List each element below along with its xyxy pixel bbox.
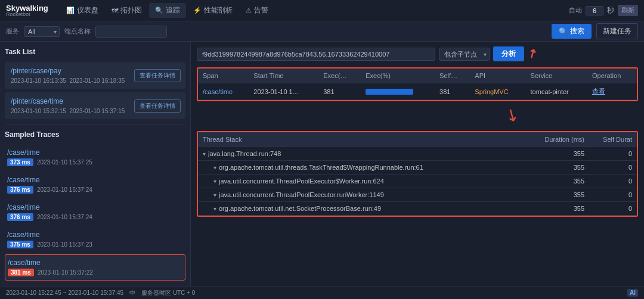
start-time-cell: 2023-01-10 1... — [249, 83, 318, 100]
self-val-0: 0 — [584, 150, 632, 157]
self-val-1: 0 — [584, 164, 632, 171]
nav-label-alarm: 告警 — [254, 5, 268, 15]
endpoint-input[interactable] — [95, 26, 167, 38]
span-table: Span Start Time Exec(… Exec(%) Self… API… — [198, 68, 637, 100]
expand-icon-3[interactable]: ▾ — [213, 192, 216, 198]
self-val-4: 0 — [584, 205, 632, 212]
stack-name-1: ▾ org.apache.tomcat.util.threads.TaskThr… — [203, 164, 525, 171]
ms-badge-1: 376 ms — [7, 186, 33, 194]
analyze-button[interactable]: 分析 — [493, 46, 524, 61]
thread-stack-header: Thread Stack Duration (ms) Self Durat — [198, 132, 637, 147]
service-select-wrapper: All — [24, 26, 60, 37]
dur-val-1: 355 — [525, 164, 584, 171]
expand-icon-1[interactable]: ▾ — [213, 164, 216, 171]
topology-icon: 🗺 — [112, 7, 118, 14]
stack-name-4: ▾ org.apache.tomcat.util.net.SocketProce… — [203, 205, 525, 212]
dur-val-2: 355 — [525, 177, 584, 185]
span-path-link[interactable]: /case/time — [203, 88, 233, 95]
nav-item-alarm[interactable]: ⚠ 告警 — [240, 3, 274, 18]
task-item-pay: /pinter/case/pay 2023-01-10 16:13:35 202… — [5, 62, 185, 89]
sampled-time-3: 2023-01-10 15:37:23 — [37, 241, 92, 248]
brand-name: Skywalking — [6, 4, 48, 12]
sampled-path-3: /case/time — [7, 231, 183, 239]
nav-item-dashboard[interactable]: 📊 仪表盘 — [60, 3, 104, 18]
sampled-item-2[interactable]: /case/time 376 ms 2023-01-10 15:37:24 — [5, 200, 185, 225]
self-val-2: 0 — [584, 177, 632, 185]
thread-row-1: ▾ org.apache.tomcat.util.threads.TaskThr… — [198, 161, 637, 175]
sampled-item-0[interactable]: /case/time 373 ms 2023-01-10 15:37:25 — [5, 145, 185, 170]
sampled-item-1[interactable]: /case/time 376 ms 2023-01-10 15:37:24 — [5, 172, 185, 197]
span-path-cell[interactable]: /case/time — [198, 83, 249, 100]
self-val-3: 0 — [584, 191, 632, 198]
expand-icon-4[interactable]: ▾ — [213, 205, 216, 212]
api-col-header: API — [470, 68, 525, 83]
sec-unit-label: 秒 — [607, 5, 614, 15]
exec-progress-container — [366, 89, 413, 95]
stack-text-1: org.apache.tomcat.util.threads.TaskThrea… — [219, 164, 423, 171]
nav-item-profiling[interactable]: ⚡ 性能剖析 — [187, 3, 239, 18]
dur-val-3: 355 — [525, 191, 584, 198]
self-col-header: Self… — [435, 68, 470, 83]
service-label: 服务 — [6, 27, 19, 36]
main-content: Task List /pinter/case/pay 2023-01-10 16… — [0, 42, 644, 299]
sampled-meta-2: 376 ms 2023-01-10 15:37:24 — [7, 213, 183, 221]
top-navigation: Skywalking Rocketbot 📊 仪表盘 🗺 拓扑图 🔍 追踪 ⚡ … — [0, 0, 644, 21]
ms-badge-4: 381 ms — [8, 269, 34, 276]
span-col-header: Span — [198, 68, 249, 83]
auto-label: 自动 — [569, 6, 582, 15]
filter-select[interactable]: 包含子节点 — [439, 48, 490, 61]
dashboard-icon: 📊 — [66, 7, 75, 14]
api-cell: SpringMVC — [470, 83, 525, 100]
sampled-time-0: 2023-01-10 15:37:25 — [37, 159, 92, 166]
refresh-button[interactable]: 刷新 — [618, 5, 638, 16]
sampled-path-2: /case/time — [7, 203, 183, 211]
alarm-icon: ⚠ — [246, 7, 252, 14]
right-panel: 包含子节点 分析 ↙ Span Start Time Exec(… Exec(%… — [191, 42, 644, 299]
ai-badge[interactable]: Ai — [627, 289, 638, 297]
arrow-annotation-2: ↘ — [501, 102, 522, 126]
nav-menu: 📊 仪表盘 🗺 拓扑图 🔍 追踪 ⚡ 性能剖析 ⚠ 告警 — [60, 3, 569, 18]
service-col-header: Service — [526, 68, 587, 83]
exec-pct-cell — [361, 83, 435, 100]
sampled-item-4[interactable]: /case/time 381 ms 2023-01-10 15:37:22 — [5, 254, 185, 281]
stack-text-4: org.apache.tomcat.util.net.SocketProcess… — [219, 205, 381, 212]
status-bar: 2023-01-10 15:22:45 ~ 2023-01-10 15:37:4… — [0, 286, 644, 299]
span-table-header-row: Span Start Time Exec(… Exec(%) Self… API… — [198, 68, 637, 83]
exec-progress-bar — [366, 89, 413, 95]
sampled-time-1: 2023-01-10 15:37:24 — [37, 186, 92, 193]
stack-text-3: java.util.concurrent.ThreadPoolExecutor.… — [219, 191, 384, 198]
task-detail-btn-time[interactable]: 查看任务详情 — [134, 99, 181, 113]
self-ms-cell: 381 — [435, 83, 470, 100]
api-value: SpringMVC — [475, 88, 508, 95]
sampled-path-1: /case/time — [7, 176, 183, 184]
thread-row-3: ▾ java.util.concurrent.ThreadPoolExecuto… — [198, 188, 637, 202]
operation-cell[interactable]: 查看 — [587, 83, 637, 100]
status-timezone-label: 中 — [129, 289, 135, 297]
profiling-icon: ⚡ — [193, 7, 202, 14]
expand-icon-0[interactable]: ▾ — [203, 151, 206, 157]
thread-stack-section: Thread Stack Duration (ms) Self Durat ▾ … — [197, 131, 638, 217]
task-list-title: Task List — [5, 46, 185, 57]
brand-logo: Skywalking Rocketbot — [6, 4, 48, 17]
sampled-item-3[interactable]: /case/time 375 ms 2023-01-10 15:37:23 — [5, 227, 185, 252]
task-detail-btn-pay[interactable]: 查看任务详情 — [134, 69, 181, 82]
thread-row-4: ▾ org.apache.tomcat.util.net.SocketProce… — [198, 202, 637, 216]
task-item-time: /pinter/case/time 2023-01-10 15:32:15 20… — [5, 92, 185, 119]
sampled-traces-title: Sampled Traces — [5, 129, 185, 140]
stack-text-0: java.lang.Thread.run:748 — [208, 150, 281, 157]
sampled-meta-4: 381 ms 2023-01-10 15:37:22 — [8, 269, 182, 276]
stack-name-0: ▾ java.lang.Thread.run:748 — [203, 150, 525, 157]
new-task-button[interactable]: 新建任务 — [596, 23, 638, 39]
view-operation-btn[interactable]: 查看 — [592, 88, 605, 95]
sampled-meta-1: 376 ms 2023-01-10 15:37:24 — [7, 186, 183, 194]
nav-label-dashboard: 仪表盘 — [77, 5, 98, 15]
service-select[interactable]: All — [24, 26, 60, 37]
section-divider — [5, 124, 185, 124]
trace-id-input[interactable] — [197, 48, 435, 61]
auto-refresh-seconds[interactable]: 6 — [586, 6, 603, 15]
stack-name-3: ▾ java.util.concurrent.ThreadPoolExecuto… — [203, 191, 525, 198]
nav-item-topology[interactable]: 🗺 拓扑图 — [106, 3, 148, 18]
expand-icon-2[interactable]: ▾ — [213, 178, 216, 185]
search-button[interactable]: 🔍 搜索 — [552, 24, 592, 39]
nav-item-trace[interactable]: 🔍 追踪 — [149, 3, 186, 18]
